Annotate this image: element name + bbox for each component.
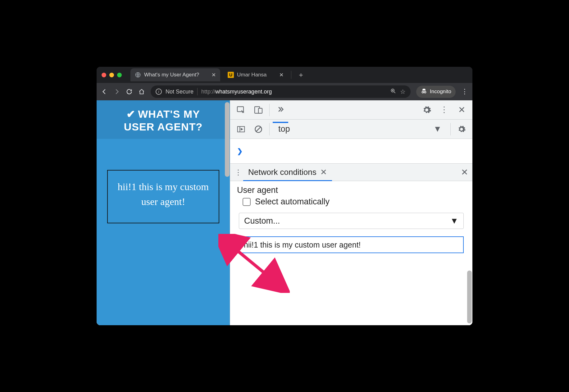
- console-prompt-icon: ❯: [237, 147, 243, 155]
- back-button[interactable]: [101, 88, 108, 95]
- console-toolbar: top ▼: [230, 120, 472, 139]
- divider: [269, 123, 270, 135]
- divider: [197, 88, 198, 95]
- forward-button[interactable]: [113, 88, 120, 95]
- more-panels-button[interactable]: [273, 102, 288, 118]
- address-bar[interactable]: i Not Secure http://whatsmyuseragent.org…: [151, 85, 411, 98]
- site-info-icon[interactable]: i: [156, 89, 162, 95]
- incognito-label: Incognito: [430, 89, 451, 95]
- tab-title: Umar Hansa: [237, 72, 266, 78]
- reload-button[interactable]: [126, 88, 133, 95]
- checkbox-label: Select automatically: [255, 197, 330, 207]
- user-agent-display: hii!1 this is my custom user agent!: [107, 170, 219, 223]
- devtools-panel: ⋮ ✕ top ▼ ❯: [230, 100, 472, 325]
- close-tab-icon[interactable]: ✕: [320, 167, 327, 177]
- clear-console-button[interactable]: [251, 121, 266, 137]
- browser-menu-button[interactable]: ⋮: [461, 88, 468, 96]
- checkmark-icon: ✔: [126, 108, 135, 120]
- content-area: ✔WHAT'S MY USER AGENT? hii!1 this is my …: [97, 100, 472, 325]
- console-input-area[interactable]: ❯: [230, 139, 472, 164]
- tab-close-button[interactable]: ✕: [212, 72, 216, 78]
- tab-title: What's my User Agent?: [144, 72, 199, 78]
- browser-tab-active[interactable]: What's my User Agent? ✕: [130, 68, 220, 81]
- svg-point-3: [424, 91, 426, 93]
- select-automatically-checkbox[interactable]: [243, 198, 251, 206]
- toggle-console-sidebar-button[interactable]: [233, 121, 249, 137]
- webpage-viewport: ✔WHAT'S MY USER AGENT? hii!1 this is my …: [97, 100, 230, 325]
- zoom-icon[interactable]: [390, 88, 396, 96]
- bookmark-star-icon[interactable]: ☆: [400, 88, 406, 95]
- settings-gear-icon[interactable]: [419, 102, 435, 118]
- devtools-main-toolbar: ⋮ ✕: [230, 100, 472, 120]
- page-scrollbar[interactable]: [225, 102, 230, 177]
- inspect-element-button[interactable]: [233, 102, 249, 118]
- execution-context-selector[interactable]: top ▼: [273, 122, 447, 136]
- dropdown-caret-icon: ▼: [450, 216, 458, 226]
- kebab-menu-icon[interactable]: ⋮: [436, 102, 452, 118]
- dropdown-caret-icon: ▼: [433, 124, 442, 134]
- tab-strip: What's my User Agent? ✕ U Umar Hansa ✕ ＋: [97, 67, 472, 83]
- browser-tab[interactable]: U Umar Hansa ✕: [223, 68, 288, 81]
- toolbar: i Not Secure http://whatsmyuseragent.org…: [97, 83, 472, 100]
- devtools-scrollbar[interactable]: [467, 271, 472, 323]
- user-agent-input[interactable]: hii!1 this is my custom user agent!: [239, 236, 464, 253]
- close-devtools-button[interactable]: ✕: [454, 102, 469, 118]
- new-tab-button[interactable]: ＋: [294, 70, 307, 80]
- window-maximize-button[interactable]: [117, 73, 122, 77]
- globe-icon: [135, 72, 141, 78]
- drawer-tab-strip: ⋮ Network conditions ✕ ✕: [230, 164, 472, 181]
- user-agent-section-label: User agent: [237, 185, 466, 195]
- svg-rect-6: [258, 108, 262, 113]
- drawer-menu-button[interactable]: ⋮: [234, 168, 242, 177]
- divider: [269, 104, 270, 116]
- svg-point-2: [422, 91, 424, 93]
- site-favicon: U: [228, 72, 234, 78]
- close-drawer-button[interactable]: ✕: [461, 167, 468, 177]
- svg-rect-4: [237, 107, 244, 112]
- console-settings-gear-icon[interactable]: [454, 121, 469, 137]
- home-button[interactable]: [138, 88, 145, 95]
- tab-separator: [291, 71, 291, 79]
- tab-close-button[interactable]: ✕: [279, 72, 284, 78]
- select-automatically-row[interactable]: Select automatically: [243, 197, 466, 207]
- network-conditions-panel: User agent Select automatically Custom..…: [230, 181, 472, 325]
- window-minimize-button[interactable]: [109, 73, 114, 77]
- url-text: http://whatsmyuseragent.org: [201, 89, 272, 95]
- window-close-button[interactable]: [102, 73, 106, 77]
- incognito-icon: [421, 88, 427, 96]
- page-heading: ✔WHAT'S MY USER AGENT?: [97, 100, 230, 139]
- security-status: Not Secure: [166, 89, 193, 95]
- drawer-tab-network-conditions[interactable]: Network conditions ✕: [245, 167, 330, 177]
- browser-window: What's my User Agent? ✕ U Umar Hansa ✕ ＋…: [97, 67, 472, 325]
- divider: [450, 123, 451, 135]
- incognito-badge: Incognito: [416, 86, 456, 98]
- device-toolbar-button[interactable]: [251, 102, 266, 118]
- window-controls: [102, 73, 122, 77]
- user-agent-preset-dropdown[interactable]: Custom... ▼: [239, 213, 464, 229]
